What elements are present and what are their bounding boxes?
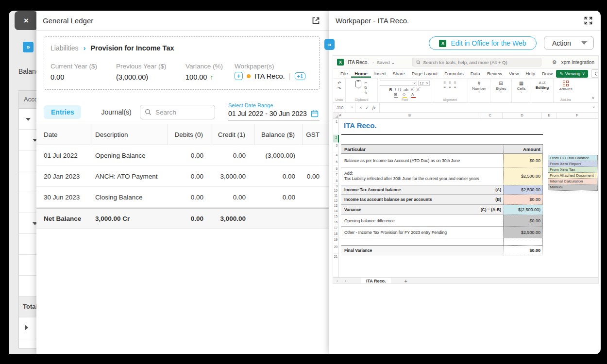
undo-icon[interactable]: ↶: [337, 81, 341, 85]
cell-amount[interactable]: $0.00: [503, 215, 543, 227]
formula-input[interactable]: [380, 103, 592, 112]
row-header-8[interactable]: 8: [333, 178, 339, 184]
cell-particular[interactable]: Balance as per Income tax Account (ATO D…: [341, 154, 503, 167]
cancel-entry-icon[interactable]: ×: [359, 105, 362, 110]
confirm-entry-icon[interactable]: ✓: [365, 105, 369, 110]
sheet-row[interactable]: Add:Tax Liability reflected after 30th J…: [341, 167, 543, 185]
sheet-row[interactable]: Income Tax Account balance(A)$2,500.00: [341, 185, 543, 195]
row-header-6[interactable]: 6: [333, 166, 339, 172]
column-header-C[interactable]: C: [478, 113, 503, 118]
row-header-7[interactable]: 7: [333, 172, 339, 178]
background-collapse-button[interactable]: »: [23, 42, 34, 52]
row-header-12[interactable]: 12: [333, 198, 339, 203]
format-painter-icon[interactable]: ✎: [364, 91, 367, 95]
cell-amount[interactable]: $(2,500.00): [503, 205, 543, 215]
header-particular[interactable]: Particular: [341, 144, 503, 154]
row-header-3[interactable]: 3: [333, 143, 339, 152]
column-header-E[interactable]: E: [542, 113, 556, 118]
sheet-row[interactable]: Other - Income Tax Provision for FY 2023…: [341, 227, 543, 238]
more-workpapers-badge[interactable]: +1: [295, 72, 306, 80]
row-header-5[interactable]: 5: [333, 159, 339, 166]
action-dropdown-button[interactable]: Action: [544, 36, 594, 50]
excel-menu-insert[interactable]: Insert: [371, 69, 389, 78]
sheet-row[interactable]: Final Variance$0.00: [341, 246, 543, 255]
date-range-value[interactable]: 01 Jul 2022 - 30 Jun 2023: [228, 110, 307, 117]
row-header-4[interactable]: 4: [333, 152, 339, 159]
cell-amount[interactable]: $0.00: [503, 246, 543, 255]
cut-icon[interactable]: ✂: [364, 81, 367, 85]
edit-in-office-button[interactable]: X Edit in Office for the Web: [429, 36, 537, 50]
cell-particular[interactable]: Income Tax Account balance(A): [341, 185, 503, 195]
bold-button[interactable]: B: [389, 87, 392, 92]
excel-menu-formulas[interactable]: Formulas: [441, 69, 467, 78]
decrease-font-button[interactable]: Aˇ: [417, 87, 420, 92]
cell-particular[interactable]: Other - Income Tax Provision for FY 2023…: [341, 227, 503, 238]
row-header-15[interactable]: 15: [333, 214, 339, 219]
select-all-corner[interactable]: [333, 113, 339, 118]
copy-icon[interactable]: ⧉: [364, 85, 367, 90]
font-color-button[interactable]: A: [411, 93, 416, 99]
column-header-F[interactable]: F: [556, 113, 598, 118]
chevron-right-icon[interactable]: [25, 325, 28, 331]
excel-menu-draw[interactable]: Draw: [539, 69, 556, 78]
editing-button[interactable]: A↓Z Editing ˅: [536, 81, 549, 92]
cell-amount[interactable]: $2,500.00: [503, 167, 543, 185]
row-header-16[interactable]: 16: [333, 219, 339, 225]
number-format-button[interactable]: # Number ˅: [472, 81, 486, 93]
increase-font-button[interactable]: Aˆ: [411, 87, 414, 92]
excel-menu-page-layout[interactable]: Page Layout: [408, 69, 441, 78]
cell-amount[interactable]: $0.00: [503, 195, 543, 205]
styles-button[interactable]: ⊞ Styles ˅: [496, 81, 506, 93]
row-header-10[interactable]: 10: [333, 188, 339, 193]
cell-particular[interactable]: Income tax account balance as per accoun…: [341, 195, 503, 205]
excel-saved-status[interactable]: - Saved ⌄: [372, 60, 395, 65]
row-header-1[interactable]: 1: [333, 119, 339, 135]
insert-function-icon[interactable]: fx: [372, 105, 376, 110]
cell-particular[interactable]: Opening balance difference: [341, 215, 503, 227]
align-middle-icon[interactable]: ≡: [449, 81, 451, 85]
sheet-row[interactable]: Opening balance difference$0.00: [341, 215, 543, 227]
open-in-new-icon[interactable]: [311, 16, 321, 26]
expand-formula-bar-icon[interactable]: ˅: [592, 105, 598, 110]
sheet-row[interactable]: Balance as per Income tax Account (ATO D…: [341, 154, 543, 167]
workpaper-collapse-button[interactable]: »: [324, 39, 335, 50]
tab-entries[interactable]: Entries: [44, 105, 81, 119]
sheet-table-header[interactable]: ParticularAmount: [341, 144, 543, 154]
row-header-18[interactable]: 18: [333, 231, 339, 237]
cell-amount[interactable]: $0.00: [503, 154, 543, 167]
excel-menu-data[interactable]: Data: [467, 69, 484, 78]
strikethrough-button[interactable]: ab: [404, 87, 408, 92]
entries-search[interactable]: [140, 105, 215, 119]
sheet-title-cell[interactable]: ITA Reco.: [344, 121, 377, 130]
italic-button[interactable]: I: [395, 87, 396, 92]
excel-menu-share[interactable]: Share: [389, 69, 408, 78]
chevron-down-icon[interactable]: [26, 118, 31, 121]
fill-color-button[interactable]: ◇: [403, 93, 407, 99]
row-header-9[interactable]: 9: [333, 184, 339, 188]
sheet-row[interactable]: Variance(C) = (A-B)$(2,500.00): [341, 205, 543, 215]
sheet-row[interactable]: Income tax account balance as per accoun…: [341, 195, 543, 205]
align-bottom-icon[interactable]: ≡: [454, 81, 456, 85]
excel-grid[interactable]: 123456789101112131415161718192021 ITA Re…: [333, 119, 598, 277]
prev-sheet-icon[interactable]: ‹: [333, 279, 341, 283]
excel-menu-view[interactable]: View: [506, 69, 522, 78]
row-header-21[interactable]: 21: [333, 254, 339, 277]
borders-button[interactable]: ⊞: [394, 93, 398, 99]
font-name-dropdown[interactable]: ˅: [380, 81, 417, 86]
align-top-icon[interactable]: ≡: [443, 81, 446, 85]
row-header-14[interactable]: 14: [333, 208, 339, 214]
add-workpaper-button[interactable]: +: [235, 72, 243, 80]
breadcrumb-parent[interactable]: Liabilities: [51, 44, 79, 52]
row-header-13[interactable]: 13: [333, 203, 339, 208]
column-header-B[interactable]: B: [341, 113, 478, 118]
excel-menu-review[interactable]: Review: [484, 69, 506, 78]
calendar-icon[interactable]: [311, 110, 319, 117]
excel-menu-file[interactable]: File: [337, 69, 351, 78]
column-header-D[interactable]: D: [503, 113, 542, 118]
viewing-mode-button[interactable]: ✎ Viewing ˅: [556, 70, 588, 78]
cell-name-box[interactable]: J10˅: [333, 103, 355, 112]
expand-fullscreen-icon[interactable]: [583, 16, 593, 26]
row-header-11[interactable]: 11: [333, 193, 339, 198]
header-amount[interactable]: Amount: [503, 144, 543, 154]
cell-particular[interactable]: Final Variance: [341, 246, 503, 255]
